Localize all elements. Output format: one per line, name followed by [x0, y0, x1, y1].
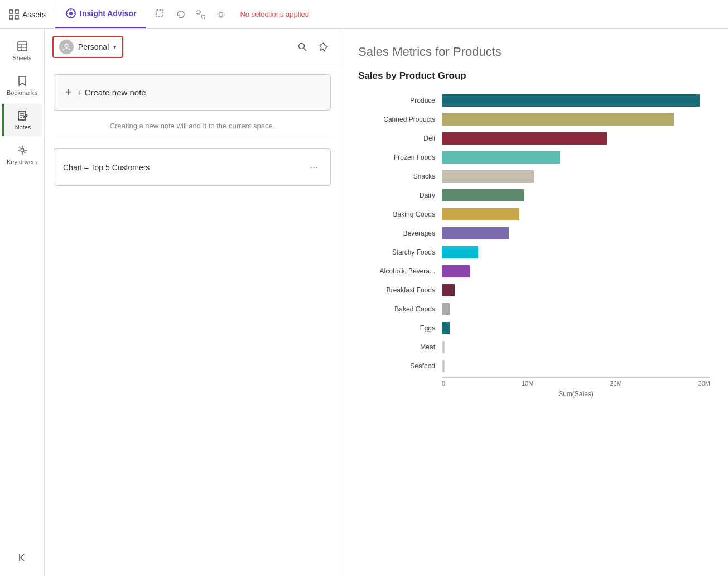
bar-track [442, 113, 710, 126]
sheets-label: Sheets [12, 55, 31, 61]
assets-button[interactable]: Assets [0, 0, 55, 28]
search-icon [297, 42, 307, 52]
notes-panel: Personal ▾ + + Create new note [45, 29, 340, 576]
key-drivers-icon [16, 144, 28, 156]
key-drivers-label: Key drivers [7, 159, 37, 165]
main-layout: Sheets Bookmarks Notes [0, 29, 728, 576]
user-avatar [59, 40, 74, 54]
refresh-icon-btn[interactable] [172, 6, 190, 23]
bar-label: Frozen Foods [358, 153, 442, 161]
expand-icon [195, 9, 206, 20]
sidebar-item-key-drivers[interactable]: Key drivers [2, 138, 42, 171]
pin-btn[interactable] [315, 39, 332, 55]
panel-header: Personal ▾ [45, 29, 340, 65]
settings-icon [215, 9, 226, 20]
expand-icon-btn[interactable] [192, 6, 210, 23]
panel-content: + + Create new note Creating a new note … [45, 65, 340, 576]
bar-track [442, 303, 710, 315]
bar-label: Breakfast Foods [358, 286, 442, 294]
bar-fill [442, 132, 607, 145]
bar-track [442, 132, 710, 145]
bar-label: Starchy Foods [358, 248, 442, 256]
personal-dropdown-btn[interactable]: Personal ▾ [52, 36, 123, 58]
notes-icon [17, 109, 29, 122]
bar-label: Baking Goods [358, 210, 442, 218]
pin-icon [319, 42, 329, 52]
bar-fill [442, 265, 470, 277]
avatar-icon [62, 42, 71, 51]
bar-row: Baked Goods [358, 301, 710, 317]
bar-label: Baked Goods [358, 305, 442, 313]
bar-track [442, 341, 710, 353]
chart-subtitle: Sales by Product Group [358, 70, 710, 81]
panel-search-btn[interactable] [294, 39, 311, 55]
bookmarks-label: Bookmarks [7, 89, 37, 96]
svg-rect-3 [15, 16, 18, 19]
settings-icon-btn[interactable] [212, 6, 230, 23]
x-axis-labels: 010M20M30M [442, 380, 710, 387]
sidebar-item-notes[interactable]: Notes [2, 104, 42, 136]
bar-track [442, 360, 710, 372]
dropdown-chevron: ▾ [113, 44, 117, 51]
create-note-label: + Create new note [78, 88, 146, 97]
bar-fill [442, 227, 509, 239]
bar-fill [442, 189, 524, 201]
bar-track [442, 94, 710, 107]
bar-row: Starchy Foods [358, 244, 710, 260]
bar-row: Deli [358, 131, 710, 146]
svg-point-31 [65, 44, 68, 47]
chart-area: Sales Metrics for Products Sales by Prod… [340, 29, 728, 576]
bar-track [442, 265, 710, 277]
x-axis-label: 10M [522, 380, 533, 387]
insight-advisor-tab[interactable]: Insight Advisor [55, 0, 146, 28]
svg-rect-2 [9, 16, 13, 19]
bar-label: Meat [358, 343, 442, 351]
bookmarks-icon [16, 75, 28, 87]
svg-rect-12 [201, 15, 205, 18]
axis-line [442, 377, 710, 378]
bar-fill [442, 151, 560, 164]
bar-fill [442, 94, 700, 107]
svg-line-29 [23, 152, 25, 153]
bar-label: Dairy [358, 191, 442, 199]
insight-icon [65, 8, 76, 19]
svg-rect-11 [197, 11, 200, 14]
create-note-button[interactable]: + + Create new note [54, 74, 331, 111]
note-card-menu-btn[interactable]: ··· [306, 159, 321, 175]
sidebar-item-bookmarks[interactable]: Bookmarks [2, 69, 42, 102]
bar-chart: ProduceCanned ProductsDeliFrozen FoodsSn… [358, 93, 710, 374]
bar-row: Frozen Foods [358, 150, 710, 165]
note-card-title: Chart – Top 5 Customers [63, 163, 306, 172]
svg-rect-0 [9, 10, 13, 13]
svg-point-5 [69, 12, 73, 15]
bar-track [442, 322, 710, 334]
personal-label: Personal [78, 42, 109, 51]
svg-rect-15 [18, 42, 27, 51]
svg-rect-10 [156, 10, 163, 17]
bar-label: Seafood [358, 362, 442, 370]
search-icon-btn[interactable] [152, 6, 170, 23]
bar-row: Seafood [358, 358, 710, 374]
bar-fill [442, 246, 478, 258]
bar-fill [442, 360, 445, 372]
bar-fill [442, 322, 450, 334]
bar-row: Beverages [358, 225, 710, 241]
bar-track [442, 208, 710, 220]
bar-track [442, 246, 710, 258]
toolbar-icons [146, 0, 235, 28]
bar-row: Alcoholic Bevera... [358, 263, 710, 279]
sidebar-item-sheets[interactable]: Sheets [2, 35, 42, 67]
collapse-icon [16, 551, 28, 564]
sheets-icon [16, 40, 28, 52]
bar-label: Deli [358, 135, 442, 142]
grid-icon [9, 9, 19, 20]
bar-fill [442, 208, 519, 220]
assets-label: Assets [22, 10, 46, 19]
bar-row: Meat [358, 339, 710, 355]
bar-fill [442, 303, 450, 315]
no-selections-badge: No selections applied [240, 10, 309, 18]
note-card-top-customers[interactable]: Chart – Top 5 Customers ··· [54, 148, 331, 186]
x-axis-label: 0 [442, 380, 445, 387]
bar-fill [442, 284, 455, 296]
sidebar-collapse-btn[interactable] [2, 546, 42, 569]
